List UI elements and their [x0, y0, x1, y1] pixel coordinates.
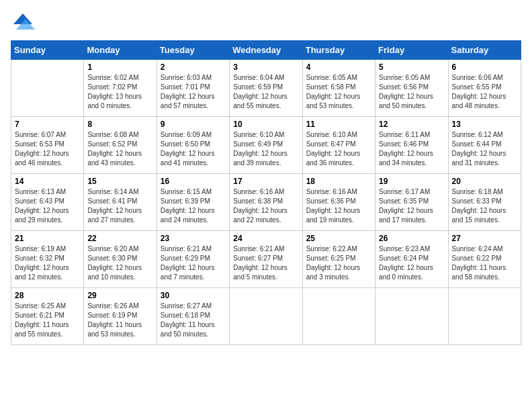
day-number: 17 — [233, 177, 298, 186]
day-number: 7 — [15, 120, 80, 129]
day-number: 3 — [233, 62, 298, 72]
day-number: 6 — [452, 62, 517, 72]
day-number: 30 — [161, 291, 226, 300]
calendar-cell: 12Sunrise: 6:11 AMSunset: 6:46 PMDayligh… — [375, 117, 448, 174]
day-info: Sunrise: 6:15 AMSunset: 6:39 PMDaylight:… — [161, 187, 226, 225]
day-number: 25 — [306, 234, 371, 243]
calendar-cell: 18Sunrise: 6:16 AMSunset: 6:36 PMDayligh… — [302, 174, 375, 231]
day-info: Sunrise: 6:06 AMSunset: 6:55 PMDaylight:… — [452, 73, 517, 111]
day-info: Sunrise: 6:20 AMSunset: 6:30 PMDaylight:… — [87, 244, 152, 282]
calendar-cell — [302, 288, 375, 345]
day-info: Sunrise: 6:12 AMSunset: 6:44 PMDaylight:… — [452, 130, 517, 168]
day-info: Sunrise: 6:25 AMSunset: 6:21 PMDaylight:… — [15, 302, 80, 339]
day-info: Sunrise: 6:16 AMSunset: 6:36 PMDaylight:… — [306, 187, 371, 225]
calendar-cell: 11Sunrise: 6:10 AMSunset: 6:47 PMDayligh… — [302, 117, 375, 174]
day-number: 12 — [379, 120, 444, 129]
calendar-cell: 25Sunrise: 6:22 AMSunset: 6:25 PMDayligh… — [302, 231, 375, 288]
header — [11, 11, 521, 35]
calendar-cell: 24Sunrise: 6:21 AMSunset: 6:27 PMDayligh… — [230, 231, 302, 288]
calendar-cell: 27Sunrise: 6:24 AMSunset: 6:22 PMDayligh… — [448, 231, 521, 288]
calendar-cell: 2Sunrise: 6:03 AMSunset: 7:01 PMDaylight… — [157, 60, 229, 117]
day-info: Sunrise: 6:14 AMSunset: 6:41 PMDaylight:… — [87, 187, 152, 225]
day-info: Sunrise: 6:16 AMSunset: 6:38 PMDaylight:… — [233, 187, 298, 225]
day-info: Sunrise: 6:08 AMSunset: 6:52 PMDaylight:… — [87, 130, 152, 168]
day-info: Sunrise: 6:26 AMSunset: 6:19 PMDaylight:… — [87, 302, 152, 339]
day-info: Sunrise: 6:21 AMSunset: 6:29 PMDaylight:… — [161, 244, 226, 282]
day-number: 9 — [161, 120, 226, 129]
calendar-cell: 8Sunrise: 6:08 AMSunset: 6:52 PMDaylight… — [84, 117, 157, 174]
calendar-cell: 1Sunrise: 6:02 AMSunset: 7:02 PMDaylight… — [84, 60, 157, 117]
day-number: 13 — [452, 120, 517, 129]
calendar-cell: 7Sunrise: 6:07 AMSunset: 6:53 PMDaylight… — [11, 117, 84, 174]
calendar: SundayMondayTuesdayWednesdayThursdayFrid… — [11, 40, 521, 345]
calendar-cell: 29Sunrise: 6:26 AMSunset: 6:19 PMDayligh… — [84, 288, 157, 345]
logo-icon — [11, 11, 35, 35]
day-number: 14 — [15, 177, 80, 186]
calendar-cell — [230, 288, 302, 345]
calendar-week-4: 21Sunrise: 6:19 AMSunset: 6:32 PMDayligh… — [11, 231, 521, 288]
calendar-cell: 19Sunrise: 6:17 AMSunset: 6:35 PMDayligh… — [375, 174, 448, 231]
calendar-cell: 5Sunrise: 6:05 AMSunset: 6:56 PMDaylight… — [375, 60, 448, 117]
day-info: Sunrise: 6:24 AMSunset: 6:22 PMDaylight:… — [452, 244, 517, 282]
calendar-cell — [11, 60, 84, 117]
day-info: Sunrise: 6:09 AMSunset: 6:50 PMDaylight:… — [161, 130, 226, 168]
calendar-header-tuesday: Tuesday — [157, 41, 229, 60]
calendar-cell: 17Sunrise: 6:16 AMSunset: 6:38 PMDayligh… — [230, 174, 302, 231]
day-number: 21 — [15, 234, 80, 243]
calendar-cell: 30Sunrise: 6:27 AMSunset: 6:18 PMDayligh… — [157, 288, 229, 345]
calendar-cell: 3Sunrise: 6:04 AMSunset: 6:59 PMDaylight… — [230, 60, 302, 117]
day-info: Sunrise: 6:18 AMSunset: 6:33 PMDaylight:… — [452, 187, 517, 225]
day-info: Sunrise: 6:02 AMSunset: 7:02 PMDaylight:… — [87, 73, 152, 111]
calendar-cell: 20Sunrise: 6:18 AMSunset: 6:33 PMDayligh… — [448, 174, 521, 231]
calendar-header-row: SundayMondayTuesdayWednesdayThursdayFrid… — [11, 41, 521, 60]
day-info: Sunrise: 6:04 AMSunset: 6:59 PMDaylight:… — [233, 73, 298, 111]
day-info: Sunrise: 6:05 AMSunset: 6:56 PMDaylight:… — [379, 73, 444, 111]
calendar-cell: 21Sunrise: 6:19 AMSunset: 6:32 PMDayligh… — [11, 231, 84, 288]
day-info: Sunrise: 6:17 AMSunset: 6:35 PMDaylight:… — [379, 187, 444, 225]
calendar-cell — [448, 288, 521, 345]
calendar-cell: 10Sunrise: 6:10 AMSunset: 6:49 PMDayligh… — [230, 117, 302, 174]
day-number: 15 — [87, 177, 152, 186]
calendar-week-1: 1Sunrise: 6:02 AMSunset: 7:02 PMDaylight… — [11, 60, 521, 117]
calendar-week-3: 14Sunrise: 6:13 AMSunset: 6:43 PMDayligh… — [11, 174, 521, 231]
day-number: 22 — [87, 234, 152, 243]
day-info: Sunrise: 6:19 AMSunset: 6:32 PMDaylight:… — [15, 244, 80, 282]
day-number: 26 — [379, 234, 444, 243]
day-info: Sunrise: 6:22 AMSunset: 6:25 PMDaylight:… — [306, 244, 371, 282]
calendar-header-wednesday: Wednesday — [230, 41, 302, 60]
day-number: 10 — [233, 120, 298, 129]
calendar-cell: 23Sunrise: 6:21 AMSunset: 6:29 PMDayligh… — [157, 231, 229, 288]
day-number: 5 — [379, 62, 444, 72]
calendar-cell: 14Sunrise: 6:13 AMSunset: 6:43 PMDayligh… — [11, 174, 84, 231]
day-number: 20 — [452, 177, 517, 186]
day-info: Sunrise: 6:05 AMSunset: 6:58 PMDaylight:… — [306, 73, 371, 111]
calendar-cell: 13Sunrise: 6:12 AMSunset: 6:44 PMDayligh… — [448, 117, 521, 174]
calendar-cell: 28Sunrise: 6:25 AMSunset: 6:21 PMDayligh… — [11, 288, 84, 345]
calendar-header-monday: Monday — [84, 41, 157, 60]
day-number: 1 — [87, 62, 152, 72]
day-number: 28 — [15, 291, 80, 300]
day-number: 23 — [161, 234, 226, 243]
day-number: 2 — [161, 62, 226, 72]
logo — [11, 11, 38, 35]
day-info: Sunrise: 6:10 AMSunset: 6:47 PMDaylight:… — [306, 130, 371, 168]
calendar-cell: 15Sunrise: 6:14 AMSunset: 6:41 PMDayligh… — [84, 174, 157, 231]
calendar-cell: 22Sunrise: 6:20 AMSunset: 6:30 PMDayligh… — [84, 231, 157, 288]
day-number: 16 — [161, 177, 226, 186]
calendar-header-saturday: Saturday — [448, 41, 521, 60]
day-number: 18 — [306, 177, 371, 186]
day-number: 4 — [306, 62, 371, 72]
calendar-cell: 16Sunrise: 6:15 AMSunset: 6:39 PMDayligh… — [157, 174, 229, 231]
calendar-cell: 26Sunrise: 6:23 AMSunset: 6:24 PMDayligh… — [375, 231, 448, 288]
day-info: Sunrise: 6:13 AMSunset: 6:43 PMDaylight:… — [15, 187, 80, 225]
day-info: Sunrise: 6:23 AMSunset: 6:24 PMDaylight:… — [379, 244, 444, 282]
day-number: 19 — [379, 177, 444, 186]
day-number: 8 — [87, 120, 152, 129]
calendar-header-sunday: Sunday — [11, 41, 84, 60]
day-info: Sunrise: 6:03 AMSunset: 7:01 PMDaylight:… — [161, 73, 226, 111]
day-number: 27 — [452, 234, 517, 243]
day-number: 11 — [306, 120, 371, 129]
day-number: 29 — [87, 291, 152, 300]
day-info: Sunrise: 6:10 AMSunset: 6:49 PMDaylight:… — [233, 130, 298, 168]
day-info: Sunrise: 6:21 AMSunset: 6:27 PMDaylight:… — [233, 244, 298, 282]
